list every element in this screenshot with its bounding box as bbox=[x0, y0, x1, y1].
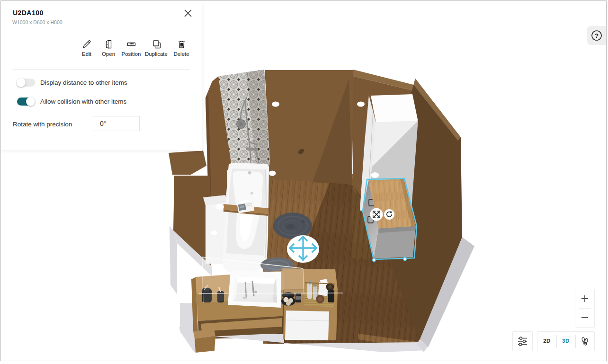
svg-text:?: ? bbox=[595, 32, 599, 39]
